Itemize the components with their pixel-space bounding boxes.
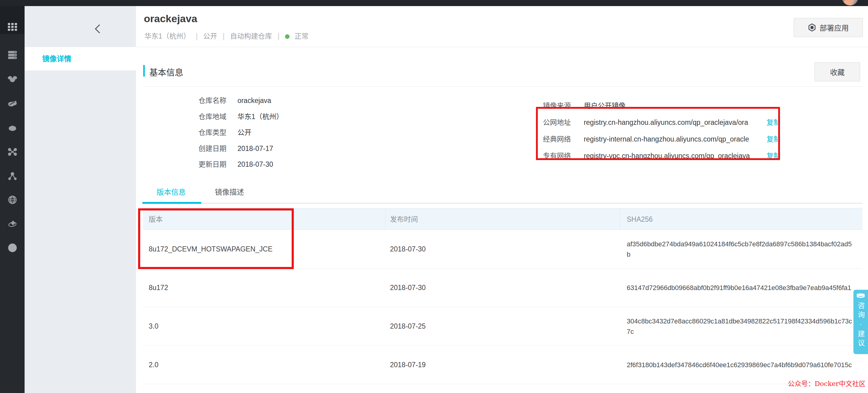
version-table: 版本 发布时间 SHA256 8u172_DCEVM_HOTSWAPAGEN_J… xyxy=(143,208,862,384)
feedback-label: 咨询·建议 xyxy=(856,302,866,349)
field-label: 仓库地域 xyxy=(198,112,229,121)
cell-publish-time: 2018-07-30 xyxy=(390,230,426,269)
inbox-icon xyxy=(856,293,865,299)
status-label: 正常 xyxy=(294,32,308,40)
circle-icon[interactable] xyxy=(7,242,18,253)
tab-image-description[interactable]: 镜像描述 xyxy=(215,186,244,197)
sidebar-item-image-detail[interactable]: 镜像详情 xyxy=(25,47,136,70)
field-label: 仓库名称 xyxy=(198,96,229,105)
field-value: orackejava xyxy=(237,97,271,104)
section-title: 基本信息 xyxy=(149,66,183,78)
secondary-panel: 镜像详情 xyxy=(25,6,136,393)
active-tab-underline xyxy=(142,202,201,204)
back-header xyxy=(25,6,136,47)
cell-version: 8u172 xyxy=(149,269,168,307)
page-header: orackejava 华东1（杭州） | 公开 | 自动构建仓库 | 正常 部署… xyxy=(136,6,868,47)
field-value: 2018-07-30 xyxy=(237,160,273,168)
field-label: 创建日期 xyxy=(198,144,229,153)
cloud-link-icon[interactable] xyxy=(7,97,18,109)
field-classic-network: 经典网络 registry-internal.cn-hangzhou.aliyu… xyxy=(543,134,781,144)
separator: | xyxy=(196,32,197,40)
column-header-publish-time: 发布时间 xyxy=(390,208,418,230)
field-public-address: 公网地址 registry.cn-hangzhou.aliyuncs.com/q… xyxy=(543,118,781,127)
table-header-row: 版本 发布时间 SHA256 xyxy=(143,208,862,230)
field-label: 经典网络 xyxy=(543,134,582,144)
copy-link[interactable]: 复制 xyxy=(767,152,781,160)
cell-publish-time: 2018-07-30 xyxy=(390,269,426,307)
visibility-label: 公开 xyxy=(203,32,217,40)
cell-sha256: af35d6bdbe274bda949a61024184f6c5cb7e8f2d… xyxy=(627,230,853,269)
cell-version: 3.0 xyxy=(149,307,158,345)
back-arrow-icon[interactable] xyxy=(92,23,103,35)
field-value: 华东1（杭州） xyxy=(237,113,283,121)
field-updated-date: 更新日期 2018-07-30 xyxy=(198,159,273,169)
field-repo-type: 仓库类型 公开 xyxy=(198,127,251,137)
top-app-bar xyxy=(0,0,868,6)
table-row[interactable]: 3.0 2018-07-25 304c8bc3432d7e8acc86029c1… xyxy=(143,307,862,345)
feedback-widget[interactable]: 咨询·建议 xyxy=(854,290,868,354)
registry-address: registry-internal.cn-hangzhou.aliyuncs.c… xyxy=(584,134,762,144)
field-value: 公开 xyxy=(237,128,251,137)
page-title: orackejava xyxy=(144,13,197,25)
copy-link[interactable]: 复制 xyxy=(767,135,781,143)
table-row[interactable]: 8u172_DCEVM_HOTSWAPAGEN_JCE 2018-07-30 a… xyxy=(143,230,862,269)
tab-baseline xyxy=(142,203,862,204)
watermark-text: 公众号：Docker中文社区 xyxy=(136,378,866,388)
node-connector-icon[interactable] xyxy=(7,146,18,157)
cloud-gear-icon[interactable] xyxy=(7,218,18,229)
field-label: 专有网络 xyxy=(543,151,582,161)
column-header-version: 版本 xyxy=(149,208,163,230)
product-sidebar xyxy=(0,6,25,393)
copy-link[interactable]: 复制 xyxy=(767,118,781,126)
cell-sha256: 63147d72966db09668abf0b2f91ff9b0e16a4742… xyxy=(627,269,853,307)
page-subtitle: 华东1（杭州） | 公开 | 自动构建仓库 | 正常 xyxy=(145,30,308,41)
favorite-label: 收藏 xyxy=(830,66,845,77)
field-repo-region: 仓库地域 华东1（杭州） xyxy=(198,112,283,121)
favorite-button[interactable]: 收藏 xyxy=(814,62,860,81)
column-divider xyxy=(620,208,620,230)
registry-address: registry-vpc.cn-hangzhou.aliyuncs.com/qp… xyxy=(584,151,762,161)
field-image-source: 镜像来源 用户公开镜像 xyxy=(543,101,625,111)
status-dot-icon xyxy=(285,34,289,39)
server-stack-icon[interactable] xyxy=(7,49,18,60)
separator: | xyxy=(223,32,225,40)
container-cluster-icon[interactable] xyxy=(7,73,18,85)
field-value: 用户公开镜像 xyxy=(584,102,625,110)
column-header-sha256: SHA256 xyxy=(627,208,653,230)
field-repo-name: 仓库名称 orackejava xyxy=(198,96,271,105)
section-accent-bar xyxy=(143,65,145,77)
field-value: 2018-07-17 xyxy=(237,145,273,152)
region-label: 华东1（杭州） xyxy=(145,32,190,40)
tab-version-info[interactable]: 版本信息 xyxy=(157,186,186,197)
deploy-app-label: 部署应用 xyxy=(820,22,849,33)
field-label: 更新日期 xyxy=(198,159,229,169)
deploy-app-button[interactable]: 部署应用 xyxy=(794,18,863,37)
build-type-label: 自动构建仓库 xyxy=(230,32,272,40)
hexagon-deploy-icon xyxy=(808,23,816,32)
field-created-date: 创建日期 2018-07-17 xyxy=(198,144,273,153)
field-label: 镜像来源 xyxy=(543,101,582,111)
cell-publish-time: 2018-07-25 xyxy=(390,307,426,345)
cloud-upload-icon[interactable] xyxy=(7,122,18,133)
molecule-icon[interactable] xyxy=(7,171,18,182)
field-vpc-network: 专有网络 registry-vpc.cn-hangzhou.aliyuncs.c… xyxy=(543,151,781,161)
table-row[interactable]: 8u172 2018-07-30 63147d72966db09668abf0b… xyxy=(143,269,862,307)
field-label: 公网地址 xyxy=(543,118,582,127)
divider xyxy=(143,86,862,87)
avatar[interactable] xyxy=(842,0,858,5)
apps-grid-icon[interactable] xyxy=(7,21,18,32)
main-content: orackejava 华东1（杭州） | 公开 | 自动构建仓库 | 正常 部署… xyxy=(136,6,868,393)
field-label: 仓库类型 xyxy=(198,127,229,137)
cell-sha256: 304c8bc3432d7e8acc86029c1a81dbe34982822c… xyxy=(627,307,853,345)
separator: | xyxy=(278,32,280,40)
cell-version: 8u172_DCEVM_HOTSWAPAGEN_JCE xyxy=(149,230,273,269)
column-divider xyxy=(385,208,386,230)
registry-address: registry.cn-hangzhou.aliyuncs.com/qp_ora… xyxy=(584,118,762,127)
globe-icon[interactable] xyxy=(7,194,18,205)
